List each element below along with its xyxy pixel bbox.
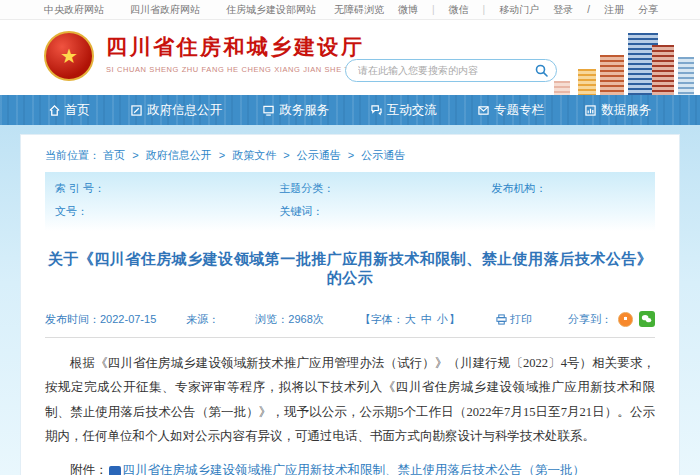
share-link[interactable]: 分享 (638, 3, 658, 17)
nav-item-info-disclosure[interactable]: 政府信息公开 (131, 102, 222, 119)
star-icon: ★ (60, 46, 78, 66)
printer-icon (496, 314, 507, 325)
nav-item-topics[interactable]: 专题专栏 (478, 102, 544, 119)
building-shape (678, 57, 694, 95)
breadcrumb-separator: > (132, 149, 138, 161)
attachment-row: 附件：W四川省住房城乡建设领域推广应用新技术和限制、禁止使用落后技术公告（第一批… (45, 462, 655, 475)
publish-time-value: 2022-07-15 (100, 313, 156, 325)
print-label: 打印 (510, 312, 532, 327)
breadcrumb-separator: > (348, 149, 354, 161)
nav-item-interaction[interactable]: 互动交流 (371, 102, 437, 119)
views-value: 2968次 (288, 313, 323, 325)
link-mobile-portal[interactable]: 移动门户 (499, 3, 539, 17)
city-buildings-illustration (548, 27, 698, 95)
breadcrumb-home[interactable]: 首页 (103, 149, 125, 161)
font-size-large[interactable]: 大 (405, 313, 416, 325)
nav-item-data-services[interactable]: 数据服务 (585, 102, 651, 119)
breadcrumb-current[interactable]: 公示通告 (361, 149, 405, 161)
info-disclosure-icon (131, 105, 142, 116)
search-box (345, 59, 557, 82)
font-widget-suffix: 】 (449, 313, 460, 325)
breadcrumb-notices[interactable]: 公示通告 (297, 149, 341, 161)
divider-line (45, 337, 655, 338)
nav-label: 专题专栏 (494, 102, 544, 119)
share-widget: 分享到： (568, 311, 655, 327)
building-shape (554, 81, 570, 95)
login-link[interactable]: 登录 (553, 3, 573, 17)
search-icon[interactable] (535, 64, 548, 77)
source-label: 来源： (186, 312, 219, 327)
page-background: 当前位置： 首页 > 政府信息公开 > 政策文件 > 公示通告 > 公示通告 索… (0, 125, 700, 475)
divider: / (587, 4, 590, 15)
building-shape (600, 55, 624, 95)
article-title: 关于《四川省住房城乡建设领域第一批推广应用新技术和限制、禁止使用落后技术公告》的… (45, 250, 655, 288)
article-content: 根据《四川省住房城乡建设领域新技术推广应用管理办法（试行）》（川建行规〔2022… (45, 351, 655, 475)
topics-icon (478, 105, 489, 116)
register-link[interactable]: 注册 (604, 3, 624, 17)
publish-info: 发布时间：2022-07-15 来源： (45, 312, 219, 327)
breadcrumb-separator: > (283, 149, 289, 161)
nav-label: 数据服务 (601, 102, 651, 119)
font-size-medium[interactable]: 中 (421, 313, 432, 325)
meta-grid: 索 引 号： 主题分类： 发布机构： 文号： 关键词： (55, 181, 645, 219)
nav-label: 政务服务 (279, 102, 329, 119)
building-shape (578, 69, 596, 95)
breadcrumb-separator: > (219, 149, 225, 161)
meta-index-label: 索 引 号： (55, 181, 279, 196)
search-input[interactable] (358, 65, 535, 76)
site-title-pinyin: SI CHUAN SHENG ZHU FANG HE CHENG XIANG J… (106, 65, 365, 74)
doc-file-icon: W (109, 466, 121, 475)
link-central-gov[interactable]: 中央政府网站 (44, 3, 104, 17)
site-title: 四川省住房和城乡建设厅 (106, 33, 365, 61)
breadcrumb: 当前位置： 首页 > 政府信息公开 > 政策文件 > 公示通告 > 公示通告 (45, 141, 655, 172)
topbar-left-links: 中央政府网站 四川省政府网站 住房城乡建设部网站 (44, 3, 316, 17)
meta-empty-cell (492, 204, 645, 219)
meta-topic-label: 主题分类： (279, 181, 491, 196)
site-header: ★ 四川省住房和城乡建设厅 SI CHUAN SHENG ZHU FANG HE… (0, 20, 700, 95)
meta-keywords-label: 关键词： (279, 204, 491, 219)
nav-label: 互动交流 (387, 102, 437, 119)
link-sichuan-gov[interactable]: 四川省政府网站 (130, 3, 200, 17)
gov-services-icon (263, 105, 274, 116)
main-nav: 首页 政府信息公开 政务服务 互动交流 专题专栏 数据服务 (0, 95, 700, 125)
meta-publisher-label: 发布机构： (492, 181, 645, 196)
attachment-link[interactable]: 四川省住房城乡建设领域推广应用新技术和限制、禁止使用落后技术公告（第一批） (123, 463, 586, 475)
breadcrumb-label: 当前位置： (45, 149, 100, 161)
divider: | (483, 4, 486, 15)
link-accessibility[interactable]: 无障碍浏览 (334, 3, 384, 17)
share-label: 分享到： (568, 312, 612, 327)
link-wechat[interactable]: 微信 (449, 3, 469, 17)
national-emblem-logo: ★ (44, 31, 94, 81)
home-icon (49, 105, 60, 116)
breadcrumb-info-disclosure[interactable]: 政府信息公开 (146, 149, 212, 161)
publish-time-label: 发布时间： (45, 313, 100, 325)
nav-label: 政府信息公开 (147, 102, 222, 119)
nav-label: 首页 (65, 102, 90, 119)
weibo-share-icon[interactable] (618, 312, 633, 327)
link-mohurd[interactable]: 住房城乡建设部网站 (226, 3, 316, 17)
views-label: 浏览： (255, 313, 288, 325)
font-widget-prefix: 【字体： (360, 313, 404, 325)
wechat-share-icon[interactable] (639, 311, 655, 327)
meta-docno-label: 文号： (55, 204, 279, 219)
breadcrumb-policy-docs[interactable]: 政策文件 (232, 149, 276, 161)
publish-time: 发布时间：2022-07-15 (45, 312, 156, 327)
view-count: 浏览：2968次 (255, 312, 323, 327)
document-meta-box: 索 引 号： 主题分类： 发布机构： 文号： 关键词： (45, 172, 655, 231)
topbar-right-links: 无障碍浏览 微博 | 微信 | 移动门户 登录 / 注册 分享 (334, 3, 658, 17)
interaction-icon (371, 105, 382, 116)
article-body: 根据《四川省住房城乡建设领域新技术推广应用管理办法（试行）》（川建行规〔2022… (45, 351, 655, 449)
font-size-widget: 【字体：大 中 小】 (360, 312, 460, 327)
divider: | (432, 4, 435, 15)
site-brand: 四川省住房和城乡建设厅 SI CHUAN SHENG ZHU FANG HE C… (106, 33, 365, 74)
building-shape (652, 45, 674, 95)
article-info-row: 发布时间：2022-07-15 来源： 浏览：2968次 【字体：大 中 小】 … (45, 311, 655, 327)
nav-item-home[interactable]: 首页 (49, 102, 90, 119)
top-utility-bar: 中央政府网站 四川省政府网站 住房城乡建设部网站 无障碍浏览 微博 | 微信 |… (0, 0, 700, 20)
data-services-icon (585, 105, 596, 116)
font-size-small[interactable]: 小 (437, 313, 448, 325)
nav-item-gov-services[interactable]: 政务服务 (263, 102, 329, 119)
link-weibo[interactable]: 微博 (398, 3, 418, 17)
print-button[interactable]: 打印 (496, 312, 532, 327)
content-card: 当前位置： 首页 > 政府信息公开 > 政策文件 > 公示通告 > 公示通告 索… (20, 134, 680, 475)
